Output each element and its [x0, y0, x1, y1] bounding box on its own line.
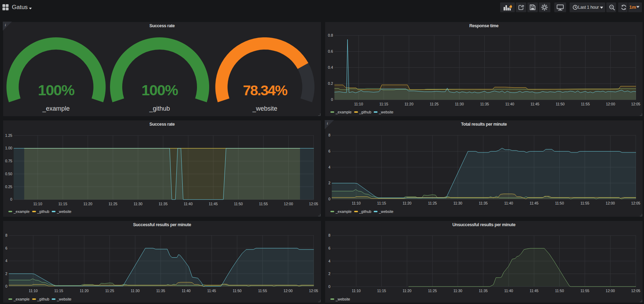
svg-text:11:20: 11:20 — [403, 289, 412, 293]
svg-text:11:40: 11:40 — [504, 289, 513, 293]
svg-text:11:15: 11:15 — [377, 289, 386, 293]
svg-text:6: 6 — [328, 246, 330, 250]
svg-text:11:25: 11:25 — [428, 289, 437, 293]
svg-text:11:50: 11:50 — [555, 289, 564, 293]
svg-text:4: 4 — [328, 259, 330, 263]
svg-text:11:35: 11:35 — [479, 289, 488, 293]
svg-text:11:30: 11:30 — [453, 289, 462, 293]
svg-text:2: 2 — [328, 272, 330, 276]
svg-text:0: 0 — [328, 284, 330, 289]
svg-text:8: 8 — [328, 233, 330, 237]
svg-text:11:10: 11:10 — [352, 289, 361, 293]
svg-text:12:05: 12:05 — [631, 289, 640, 293]
svg-text:11:55: 11:55 — [580, 289, 590, 293]
svg-text:11:45: 11:45 — [529, 289, 539, 293]
svg-text:12:00: 12:00 — [606, 289, 615, 293]
